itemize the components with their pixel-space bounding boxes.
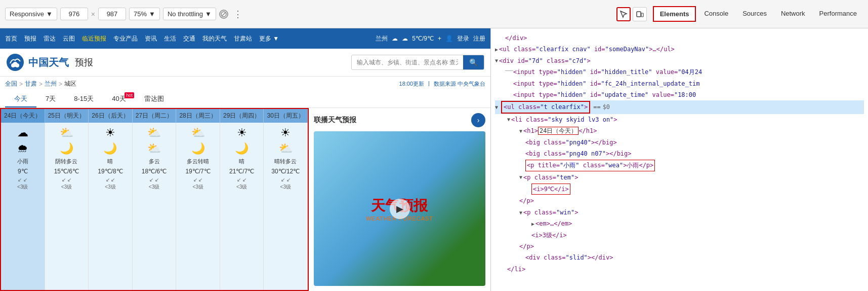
day-header-1: 25日（明天） bbox=[45, 109, 89, 123]
nav-cloud[interactable]: 云图 bbox=[63, 34, 75, 43]
throttle-dropdown[interactable]: No throttling ▼ bbox=[163, 8, 216, 20]
nav-pro[interactable]: 专业产品 bbox=[113, 34, 138, 43]
tag-i-level: <i>3级</i> bbox=[531, 230, 567, 240]
nav-radar[interactable]: 雷达 bbox=[44, 34, 56, 43]
dropdown-arrow: ▼ bbox=[46, 10, 53, 18]
forecast-col-3: ⛅ ⛅ 多云 18℃/6℃ ↙ ↙ <3级 bbox=[133, 123, 177, 290]
wind-icon-3: ↙ ↙ bbox=[149, 177, 159, 183]
tag-h1-today: <h1>24日（今天）</h1> bbox=[523, 126, 597, 136]
temp-2: 19℃/8℃ bbox=[98, 168, 122, 175]
nav-traffic[interactable]: 交通 bbox=[183, 34, 195, 43]
sep2: > bbox=[39, 81, 43, 88]
device-mode-button[interactable] bbox=[633, 7, 647, 21]
update-time: 18:00更新 bbox=[399, 80, 425, 88]
wind-level-0: <3级 bbox=[17, 184, 28, 191]
tab-today[interactable]: 今天 bbox=[5, 91, 36, 107]
tab-8-15[interactable]: 8-15天 bbox=[65, 91, 103, 107]
wind-icon-1: ↙ ↙ bbox=[62, 177, 71, 183]
weather-desc-1: 阴转多云 bbox=[55, 158, 77, 165]
tab-radar[interactable]: 雷达图 bbox=[135, 91, 173, 107]
throttle-label: No throttling bbox=[168, 10, 203, 18]
nav-nearforecast[interactable]: 临近预报 bbox=[82, 34, 106, 43]
forecast-col-4: ⛅ 🌙 多云转晴 19℃/7℃ ↙ ↙ <3级 bbox=[176, 123, 220, 290]
width-input[interactable] bbox=[60, 8, 88, 20]
tree-line-21: </li> bbox=[495, 264, 864, 275]
equals-sign: == bbox=[593, 102, 600, 112]
video-thumbnail[interactable]: 天气预报 WEATHER FORECAST ▶ bbox=[314, 131, 485, 286]
cloud-icon1: ☁ bbox=[392, 35, 398, 42]
wind-level-5: <3级 bbox=[236, 184, 247, 191]
devtools-panel: </div> ▶ <ul class="clearfix cnav" id="s… bbox=[491, 28, 868, 291]
video-section: 联播天气预报 › 天气预报 WEATHER FORECAST ▶ bbox=[309, 108, 490, 291]
add-city-button[interactable]: + bbox=[438, 35, 441, 42]
tree-line-8: ▼ <li class="sky skyid lv3 on"> bbox=[495, 114, 864, 125]
expand-p-win-arrow[interactable]: ▼ bbox=[519, 208, 522, 217]
nav-news[interactable]: 资讯 bbox=[145, 34, 157, 43]
expand-div7d-arrow[interactable]: ▼ bbox=[495, 56, 498, 65]
nav-home[interactable]: 首页 bbox=[5, 34, 17, 43]
inspect-element-button[interactable] bbox=[616, 7, 631, 21]
responsive-dropdown[interactable]: Responsive ▼ bbox=[5, 8, 57, 20]
wind-icon-6: ↙ ↙ bbox=[281, 177, 291, 183]
day-icon-1: ⛅ bbox=[60, 126, 73, 139]
temp-5: 21℃/7℃ bbox=[229, 168, 254, 175]
tree-line-14: <i>9℃</i> bbox=[495, 183, 864, 195]
play-button[interactable]: ▶ bbox=[390, 199, 410, 219]
height-input[interactable] bbox=[98, 8, 126, 20]
wind-level-1: <3级 bbox=[61, 184, 72, 191]
tab-console[interactable]: Console bbox=[698, 7, 734, 21]
no-cache-icon[interactable] bbox=[219, 10, 228, 19]
breadcrumb-gansu[interactable]: 甘肃 bbox=[25, 80, 37, 88]
weather-tabs: 今天 7天 8-15天 40天hot 雷达图 bbox=[0, 91, 490, 108]
tab-performance[interactable]: Performance bbox=[813, 7, 863, 21]
nav-myweather[interactable]: 我的天气 bbox=[202, 34, 227, 43]
search-button[interactable]: 🔍 bbox=[463, 55, 484, 69]
expand-li-arrow[interactable]: ▼ bbox=[507, 115, 510, 124]
expand-em-arrow[interactable]: ▶ bbox=[531, 220, 534, 228]
nav-more[interactable]: 更多 ▼ bbox=[259, 34, 279, 43]
page-title: 预报 bbox=[75, 56, 93, 68]
nav-life[interactable]: 生活 bbox=[164, 34, 176, 43]
breadcrumb-current: 城区 bbox=[64, 80, 76, 88]
expand-p-tem-arrow[interactable]: ▼ bbox=[519, 173, 522, 181]
tree-line-15: </p> bbox=[495, 195, 864, 206]
tab-7day[interactable]: 7天 bbox=[36, 91, 65, 107]
login-link[interactable]: 登录 bbox=[457, 34, 469, 43]
day-header-0: 24日（今天） bbox=[1, 109, 45, 123]
tree-line-17: ▶ <em>…</em> bbox=[495, 218, 864, 229]
register-link[interactable]: 注册 bbox=[473, 34, 485, 43]
tree-line-7-selected[interactable]: ▼ <ul class="t clearfix"> == $0 bbox=[495, 100, 864, 114]
nav-gansu[interactable]: 甘肃站 bbox=[234, 34, 252, 43]
tab-40[interactable]: 40天hot bbox=[103, 91, 135, 107]
nav-forecast[interactable]: 预报 bbox=[24, 34, 36, 43]
site-nav-bar: 首页 预报 雷达 云图 临近预报 专业产品 资讯 生活 交通 我的天气 甘肃站 … bbox=[0, 28, 490, 49]
tag-input-hidden1: <input type="hidden" id="hidden_title" v… bbox=[513, 67, 702, 77]
tab-elements[interactable]: Elements bbox=[653, 6, 696, 22]
browser-viewport: 首页 预报 雷达 云图 临近预报 专业产品 资讯 生活 交通 我的天气 甘肃站 … bbox=[0, 28, 491, 291]
expand-ul-arrow[interactable]: ▶ bbox=[495, 45, 498, 54]
tag-div7d: <div id="7d" class="c7d"> bbox=[499, 56, 591, 66]
toolbar-left: Responsive ▼ × 75% ▼ No throttling ▼ ⋮ bbox=[5, 7, 612, 22]
night-icon-2: 🌙 bbox=[103, 142, 117, 155]
breadcrumb-national[interactable]: 全国 bbox=[5, 80, 17, 88]
html-tree: </div> ▶ <ul class="clearfix cnav" id="s… bbox=[491, 28, 868, 291]
day-header-2: 26日（后天） bbox=[89, 109, 133, 123]
breadcrumb-lanzhou[interactable]: 兰州 bbox=[45, 80, 57, 88]
city-name: 兰州 bbox=[376, 34, 388, 43]
tab-sources[interactable]: Sources bbox=[736, 7, 773, 21]
tree-line-16: ▼ <p class="win"> bbox=[495, 207, 864, 218]
search-input[interactable] bbox=[352, 56, 463, 69]
expand-ul-t-arrow[interactable]: ▼ bbox=[495, 103, 501, 112]
tree-line-3: ▼ <div id="7d" class="c7d"> bbox=[495, 55, 864, 66]
search-bar: 🔍 bbox=[351, 55, 484, 70]
expand-h1-arrow[interactable]: ▼ bbox=[519, 127, 522, 135]
zoom-dropdown[interactable]: 75% ▼ bbox=[129, 8, 160, 20]
day-icon-2: ☀ bbox=[105, 126, 115, 139]
tab-network[interactable]: Network bbox=[775, 7, 811, 21]
tag-close-li: </li> bbox=[507, 264, 525, 274]
svg-line-1 bbox=[222, 12, 226, 16]
video-nav-button[interactable]: › bbox=[471, 113, 485, 127]
more-options-button[interactable]: ⋮ bbox=[231, 7, 244, 22]
wind-icon-2: ↙ ↙ bbox=[106, 177, 115, 183]
tag-big-png40: <big class="png40"></big> bbox=[525, 137, 617, 148]
